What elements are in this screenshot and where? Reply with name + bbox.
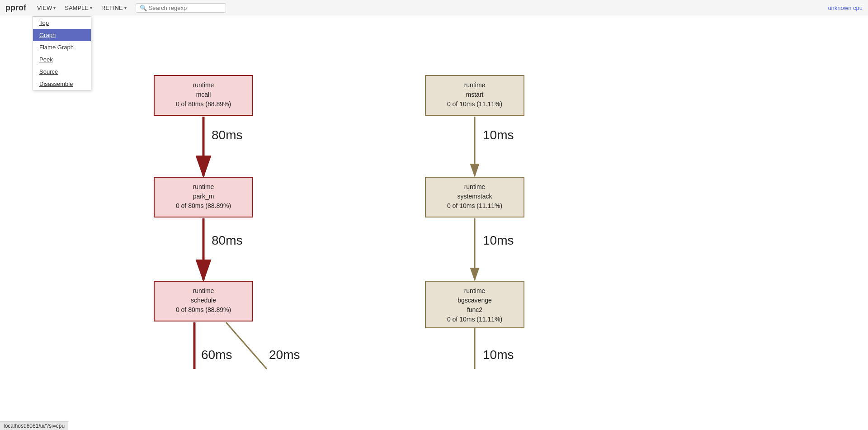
svg-line-8 (226, 322, 267, 369)
graph-area: 80ms 80ms 60ms 20ms 10ms 10ms 10ms runti… (0, 16, 868, 430)
node-line1: runtime (432, 182, 517, 192)
app-logo: pprof (5, 3, 26, 13)
node-line3: 0 of 80ms (88.89%) (161, 305, 246, 315)
node-line1: runtime (432, 286, 517, 296)
dropdown-item-source[interactable]: Source (33, 66, 91, 78)
node-mcall[interactable]: runtime mcall 0 of 80ms (88.89%) (154, 75, 253, 116)
node-line3: func2 (432, 305, 517, 315)
svg-text:10ms: 10ms (483, 348, 514, 362)
search-input[interactable] (149, 5, 225, 11)
svg-text:10ms: 10ms (483, 128, 514, 142)
node-line3: 0 of 80ms (88.89%) (161, 201, 246, 211)
search-icon: 🔍 (140, 5, 147, 11)
dropdown-item-flamegraph[interactable]: Flame Graph (33, 41, 91, 53)
node-line1: runtime (161, 182, 246, 192)
svg-text:80ms: 80ms (212, 233, 242, 247)
node-line1: runtime (432, 80, 517, 90)
node-line2: schedule (161, 296, 246, 305)
node-systemstack[interactable]: runtime systemstack 0 of 10ms (11.11%) (425, 177, 524, 217)
node-line3: 0 of 80ms (88.89%) (161, 99, 246, 109)
node-mstart[interactable]: runtime mstart 0 of 10ms (11.11%) (425, 75, 524, 116)
statusbar-url: localhost:8081/ui/?si=cpu (4, 423, 65, 429)
svg-text:80ms: 80ms (212, 128, 242, 142)
refine-menu-button[interactable]: REFINE ▾ (98, 3, 130, 13)
node-line2: bgscavenge (432, 296, 517, 305)
svg-text:10ms: 10ms (483, 233, 514, 247)
node-line2: systemstack (432, 192, 517, 201)
user-link[interactable]: unknown cpu (828, 5, 863, 11)
statusbar: localhost:8081/ui/?si=cpu (0, 421, 68, 430)
view-menu-button[interactable]: VIEW ▾ (33, 3, 59, 13)
node-park-m[interactable]: runtime park_m 0 of 80ms (88.89%) (154, 177, 253, 217)
sample-chevron-icon: ▾ (90, 5, 92, 10)
node-line2: mstart (432, 90, 517, 99)
node-line3: 0 of 10ms (11.11%) (432, 99, 517, 109)
dropdown-item-graph[interactable]: Graph (33, 29, 91, 41)
node-line2: park_m (161, 192, 246, 201)
svg-text:20ms: 20ms (269, 348, 300, 362)
svg-text:60ms: 60ms (201, 348, 232, 362)
view-chevron-icon: ▾ (53, 5, 56, 10)
refine-chevron-icon: ▾ (124, 5, 127, 10)
node-line1: runtime (161, 286, 246, 296)
node-line4: 0 of 10ms (11.11%) (432, 315, 517, 324)
node-bgscavenge[interactable]: runtime bgscavenge func2 0 of 10ms (11.1… (425, 281, 524, 328)
search-box: 🔍 (136, 3, 226, 13)
sample-menu-button[interactable]: SAMPLE ▾ (61, 3, 96, 13)
node-line1: runtime (161, 80, 246, 90)
view-dropdown: Top Graph Flame Graph Peek Source Disass… (33, 16, 91, 90)
dropdown-item-top[interactable]: Top (33, 17, 91, 29)
node-schedule[interactable]: runtime schedule 0 of 80ms (88.89%) (154, 281, 253, 321)
dropdown-item-disassemble[interactable]: Disassemble (33, 78, 91, 90)
navbar: pprof VIEW ▾ SAMPLE ▾ REFINE ▾ 🔍 unknown… (0, 0, 868, 16)
node-line3: 0 of 10ms (11.11%) (432, 201, 517, 211)
dropdown-item-peek[interactable]: Peek (33, 53, 91, 66)
node-line2: mcall (161, 90, 246, 99)
